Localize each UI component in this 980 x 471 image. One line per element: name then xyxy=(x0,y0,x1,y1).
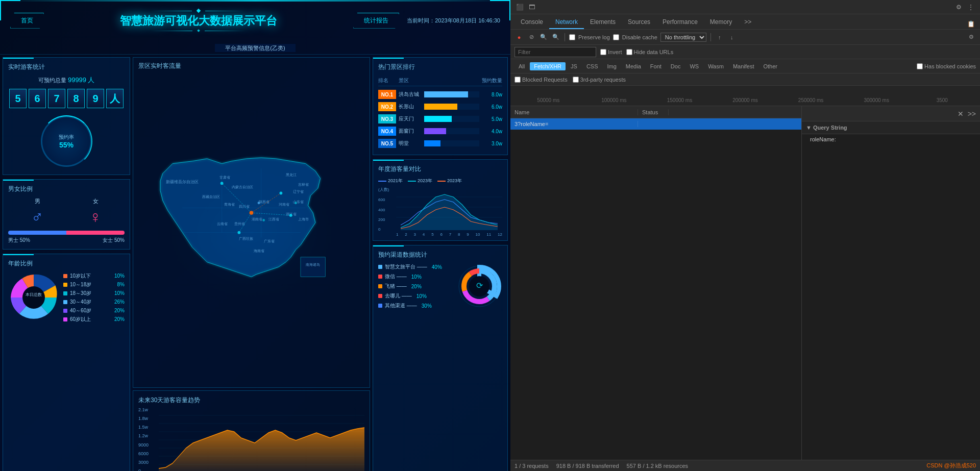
svg-point-33 xyxy=(279,192,282,195)
spot-bar-container-4 xyxy=(424,128,479,134)
details-close-button[interactable]: ✕ xyxy=(958,110,964,118)
settings-network-icon[interactable]: ⚙ xyxy=(967,33,976,42)
type-other[interactable]: Other xyxy=(759,62,781,70)
spot-count-2: 6.0w xyxy=(482,104,502,110)
legend-dot-4 xyxy=(63,300,67,304)
digit-7: 7 xyxy=(48,89,65,108)
watermark: CSDN @孙浩成520 xyxy=(926,462,976,469)
legend-item-3: 18～30岁10% xyxy=(63,290,125,297)
filter-icon[interactable]: 🔍 xyxy=(539,33,548,42)
spot-rank-1: NO.1 xyxy=(378,90,396,99)
timeline-250000: 250000 ms xyxy=(778,97,844,103)
timeline-area: 50000 ms 100000 ms 150000 ms 200000 ms 2… xyxy=(510,86,980,106)
type-fetch-xhr[interactable]: Fetch/XHR xyxy=(530,62,566,70)
spot-rank-4: NO.4 xyxy=(378,127,396,136)
type-js[interactable]: JS xyxy=(567,62,581,70)
map-section: 景区实时客流量 xyxy=(133,57,370,388)
spot-rank-3: NO.3 xyxy=(378,114,396,123)
hide-data-urls-checkbox[interactable] xyxy=(626,49,632,55)
spot-row-4: NO.4 面窗门 4.0w xyxy=(378,125,502,137)
throttle-select[interactable]: No throttling xyxy=(660,33,706,42)
search-icon[interactable]: 🔍 xyxy=(551,33,560,42)
svg-text:吉林省: 吉林省 xyxy=(298,183,309,186)
preserve-log-checkbox[interactable] xyxy=(569,34,575,40)
type-manifest[interactable]: Manifest xyxy=(729,62,758,70)
has-blocked-cookies-label[interactable]: Has blocked cookies xyxy=(917,63,976,69)
tab-network[interactable]: Network xyxy=(549,16,584,29)
spot-name-5: 明堂 xyxy=(399,140,422,147)
details-expand-button[interactable]: >> xyxy=(968,110,976,118)
type-img[interactable]: Img xyxy=(603,62,621,70)
has-blocked-cookies-checkbox[interactable] xyxy=(917,63,923,69)
clear-button[interactable]: ⊘ xyxy=(527,33,536,42)
tab-more[interactable]: >> xyxy=(738,16,757,29)
header-time-label: 当前时间：2023年08月18日 16:46:30 xyxy=(407,17,500,24)
settings-icon[interactable]: ⚙ xyxy=(953,2,964,12)
dashboard-content: 实时游客统计 可预约总量 99999 人 5 6 7 8 9 人 预约率 55% xyxy=(0,55,510,471)
spots-table: 排名 景区 预约数量 NO.1 洪岛古城 8.0w NO.2 xyxy=(378,76,502,150)
tab-performance[interactable]: Performance xyxy=(656,16,704,29)
type-wasm[interactable]: Wasm xyxy=(704,62,728,70)
svg-point-34 xyxy=(220,182,224,185)
legend-dot-1 xyxy=(63,274,67,278)
map-section-title: 景区实时客流量 xyxy=(133,58,370,70)
trend-section: 未来30天游客容量趋势 2.1w 1.8w 1.5w 1.2w 9000 600… xyxy=(133,390,370,471)
type-font[interactable]: Font xyxy=(646,62,666,70)
import-icon[interactable]: ↑ xyxy=(715,33,724,42)
booking-item-2: 微信 ——10% xyxy=(378,273,451,280)
tab-elements[interactable]: Elements xyxy=(584,16,622,29)
male-item: 男 ♂ xyxy=(31,197,43,227)
svg-text:甘肃省: 甘肃省 xyxy=(219,176,230,180)
tab-console[interactable]: Console xyxy=(514,16,549,29)
blocked-requests-label[interactable]: Blocked Requests xyxy=(514,77,568,83)
dock-left-icon[interactable]: ⬛ xyxy=(514,2,525,12)
spot-count-4: 4.0w xyxy=(482,129,502,134)
legend-dot-6 xyxy=(63,317,67,321)
third-party-checkbox[interactable] xyxy=(573,77,579,83)
preserve-log-label[interactable]: Preserve log xyxy=(578,34,610,40)
type-css[interactable]: CSS xyxy=(582,62,602,70)
male-icon: ♂ xyxy=(31,208,43,227)
devtools-panel: ⬛ 🗖 ⚙ ⋮ Console Network Elements Sources… xyxy=(510,0,980,471)
disable-cache-checkbox[interactable] xyxy=(613,34,619,40)
status-requests: 1 / 3 requests xyxy=(514,463,549,469)
type-doc[interactable]: Doc xyxy=(667,62,685,70)
blocked-requests-checkbox[interactable] xyxy=(514,77,521,83)
feedback-icon[interactable]: 📋 xyxy=(966,19,976,29)
legend-item-1: 10岁以下10% xyxy=(63,272,125,280)
digit-8: 8 xyxy=(67,89,85,108)
status-resources: 557 B / 1.2 kB resources xyxy=(627,463,688,469)
record-button[interactable]: ● xyxy=(514,33,524,42)
dock-bottom-icon[interactable]: 🗖 xyxy=(527,2,537,12)
export-icon[interactable]: ↓ xyxy=(727,33,737,42)
tab-memory[interactable]: Memory xyxy=(704,16,738,29)
svg-text:本日总数: 本日总数 xyxy=(26,292,42,297)
devtools-tabs: Console Network Elements Sources Perform… xyxy=(510,14,980,30)
booking-item-3: 飞猪 ——20% xyxy=(378,283,451,290)
svg-text:广西壮族: 广西壮族 xyxy=(239,237,253,241)
more-options-icon[interactable]: ⋮ xyxy=(966,2,976,12)
nav-report-button[interactable]: 统计报告 xyxy=(353,13,399,29)
type-media[interactable]: Media xyxy=(622,62,645,70)
tab-sources[interactable]: Sources xyxy=(622,16,656,29)
filter-input[interactable] xyxy=(514,47,596,57)
third-party-label[interactable]: 3rd-party requests xyxy=(573,77,626,83)
spots-header-rank: 排名 xyxy=(378,77,399,84)
network-row-1[interactable]: 3?roleName= xyxy=(510,118,801,130)
trend-chart: 2.1w 1.8w 1.5w 1.2w 9000 6000 3000 0 xyxy=(138,407,364,471)
type-ws[interactable]: WS xyxy=(685,62,703,70)
disable-cache-label[interactable]: Disable cache xyxy=(622,34,657,40)
type-all[interactable]: All xyxy=(514,62,529,70)
booking-item-4: 去哪儿 ——10% xyxy=(378,292,451,300)
nav-home-button[interactable]: 首页 xyxy=(10,13,44,29)
male-bar xyxy=(8,231,66,235)
network-cell-name-1: 3?roleName= xyxy=(510,121,638,127)
invert-checkbox[interactable] xyxy=(600,49,606,55)
spot-name-2: 长形山 xyxy=(399,103,422,110)
dashboard-header: 首页 智慧旅游可视化大数据展示平台 统计报告 当前时间：2023年08月18日 … xyxy=(0,0,510,41)
hide-data-urls-label[interactable]: Hide data URLs xyxy=(626,49,674,55)
spot-name-4: 面窗门 xyxy=(399,128,422,135)
svg-text:青海省: 青海省 xyxy=(224,203,235,206)
invert-label[interactable]: Invert xyxy=(600,49,622,55)
svg-point-39 xyxy=(258,202,260,204)
